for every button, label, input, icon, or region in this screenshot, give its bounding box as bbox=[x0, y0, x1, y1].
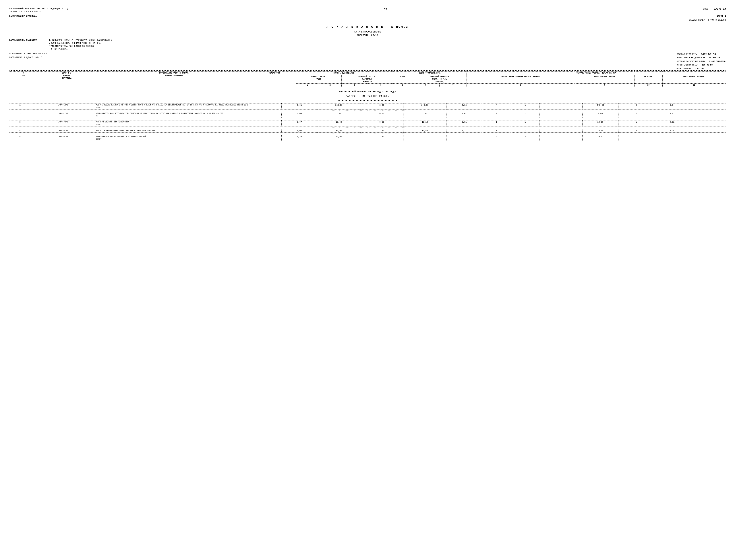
cost-row-5: ЦЕНА ЕДИНИЦЫ 1,25 РУБ. bbox=[676, 67, 726, 70]
razdel-deco: ▪▪▪▪▪▪▪▪▪▪▪▪▪▪▪▪▪▪▪▪▪▪▪▪▪▪▪▪▪▪▪▪▪▪▪▪▪▪▪▪… bbox=[9, 99, 726, 102]
title-section: Л О К А Л Ь Н А Я С М Е Т А НОМ.3 НА ЭЛЕ… bbox=[9, 25, 726, 37]
object-line: ОБЪЕКТ НОМЕР ТП 407-3-511.88 bbox=[9, 19, 726, 22]
header-docnum: 23345-03 bbox=[714, 7, 726, 10]
header-program-line2: ТП 407-3-511.88 Альбом 4 bbox=[9, 10, 68, 14]
th-n: NПП bbox=[9, 71, 38, 87]
table-header-row1: NПП ШИФР И NПОЗИЦИИНОРМАТИВА НАИМЕНОВАНИ… bbox=[9, 71, 726, 75]
header-page-num: 61 bbox=[384, 7, 387, 11]
table-row-dots: ·········· ·········· ············ ·····… bbox=[9, 109, 726, 112]
table-row: 5 Ц48=591=3 =ВЫКЛЮЧАТЕЛЬ ГЕРМЕТИЧЕСКИЙ И… bbox=[9, 135, 726, 141]
main-title: Л О К А Л Ь Н А Я С М Е Т А НОМ.3 bbox=[9, 25, 726, 29]
cost-row-2: НОРМАТИВНАЯ ТРУДОЕМКОСТЬ 54 ЧЕЛ.=М bbox=[676, 56, 726, 60]
cost-row-4: СТРОИТЕЛЬНЫЙ ОБЪЕМ 135,00 М3 bbox=[676, 63, 726, 67]
data-table: 1 Ц48=612=2 =ШИТОК ОСВЕТИТЕЛЬНЫЙ С АВТОМ… bbox=[9, 103, 726, 143]
header-table: NПП ШИФР И NПОЗИЦИИНОРМАТИВА НАИМЕНОВАНИ… bbox=[9, 71, 726, 87]
cost-block: СМЕТНАЯ СТОИМОСТЬ 0.193 ТЫС.РУБ. НОРМАТИ… bbox=[676, 52, 726, 70]
table-row-dots: ·········· ·········· ············ ·····… bbox=[9, 132, 726, 135]
subtitle-line3: (ВАРИАНТ НОМ.1) bbox=[9, 34, 726, 37]
table-row: 3 Ц48=592=1 =ПАТРОН СТЕННОЙ ИЛИ ПОТОЛОЧН… bbox=[9, 120, 726, 126]
th-naim: НАИМЕНОВАНИЕ РАБОТ И ЗАТРАТ,ЕДИНИЦА ИЗМЕ… bbox=[95, 71, 253, 87]
osnov-section: ОСНОВАНИЕ: ВС ЧЕРТЕЖИ ТП АЛ.1 СОСТАВЛЕНА… bbox=[9, 52, 726, 59]
sostav-label: СОСТАВЛЕНА В ЦЕНАХ 1984 Г. bbox=[9, 56, 726, 59]
subtitle-line2: НА ЭЛЕКТРООСВЕЩЕНИЕ bbox=[9, 30, 726, 34]
th-stoin-group: ИСТОЧН. ЕДИНИЦЫ,РУБ. bbox=[296, 71, 393, 75]
cost-row-3: СМЕТНАЯ ЗАРАБОТНАЯ ПЛАТА 0.036 ТЫС.РУБ. bbox=[676, 60, 726, 63]
naim-objecta-label: НАИМЕНОВАНИЕ ОБЪЕКТА= bbox=[9, 39, 49, 51]
cost-row-1: СМЕТНАЯ СТОИМОСТЬ 0.193 ТЫС.РУБ. bbox=[676, 52, 726, 56]
table-row: 2 Ц48=522=1 =ВЫКЛЮЧАТЕЛЬ ИЛИ ПЕРЕКЛЮЧАТЕ… bbox=[9, 112, 726, 118]
header-program-line1: ПРОГРАММНЫЙ КОМПЛЕКС АВС.3ЕС ( РЕДАКЦИЯ … bbox=[9, 7, 68, 10]
naim-stroyki-label: НАИМЕНОВАНИЕ СТРОЙКИ= bbox=[9, 15, 37, 18]
header-left: ПРОГРАММНЫЙ КОМПЛЕКС АВС.3ЕС ( РЕДАКЦИЯ … bbox=[9, 7, 68, 14]
table-row-dots: ·········· ·········· ············ ·····… bbox=[9, 118, 726, 120]
table-row: 1 Ц48=612=2 =ШИТОК ОСВЕТИТЕЛЬНЫЙ С АВТОМ… bbox=[9, 103, 726, 109]
th-shifr: ШИФР И NПОЗИЦИИНОРМАТИВА bbox=[38, 71, 95, 87]
page-header: ПРОГРАММНЫЙ КОМПЛЕКС АВС.3ЕС ( РЕДАКЦИЯ … bbox=[9, 7, 726, 14]
table-row: 4 Ц48=591=8 =РОЗЕТКА ШТЕПСЕЛЬНАЯ ГЕРМЕТИ… bbox=[9, 129, 726, 132]
naim-objecta-block: НАИМЕНОВАНИЕ ОБЪЕКТА= К ТИПОВОМУ ПРОЕКТУ… bbox=[9, 39, 726, 51]
table-row-dots: ·········· ·········· ············ ·····… bbox=[9, 126, 726, 129]
header-right: 3829 23345-03 bbox=[703, 7, 726, 11]
th-obsh-group: ОБЩАЯ СТОИМОСТЬ,РУБ. bbox=[393, 71, 467, 75]
th-zatrat-group: ЗАТРАТЫ ТРУДА РАБОЧИХ, ЧЕЛ.=М НЕ ЗА= bbox=[467, 71, 726, 75]
th-kol: КОЛИЧЕСТВО bbox=[253, 71, 296, 87]
osnov-label: ОСНОВАНИЕ: ВС ЧЕРТЕЖИ ТП АЛ.1 bbox=[9, 52, 726, 55]
main-table: NПП ШИФР И NПОЗИЦИИНОРМАТИВА НАИМЕНОВАНИ… bbox=[9, 70, 726, 143]
razdel-header: РАЗДЕЛ 1. МОНТАЖНЫЕ РАБОТЫ bbox=[9, 95, 726, 98]
forma-label: ФОРМА 4 bbox=[717, 15, 726, 18]
table-row-dots: ·········· ·········· ············ ·····… bbox=[9, 141, 726, 143]
header-num: 3829 bbox=[703, 8, 708, 10]
temp-condition: ПРИ РАСЧЕТНОЙ ТЕМПЕРАТУРЕ=28ГРАД,С1=38ГР… bbox=[9, 90, 726, 93]
naim-objecta-value: К ТИПОВОМУ ПРОЕКТУ ТРАНСФОРМАТОРНОЙ ПОДС… bbox=[49, 39, 112, 51]
table-header-outer: NПП ШИФР И NПОЗИЦИИНОРМАТИВА НАИМЕНОВАНИ… bbox=[9, 70, 726, 88]
